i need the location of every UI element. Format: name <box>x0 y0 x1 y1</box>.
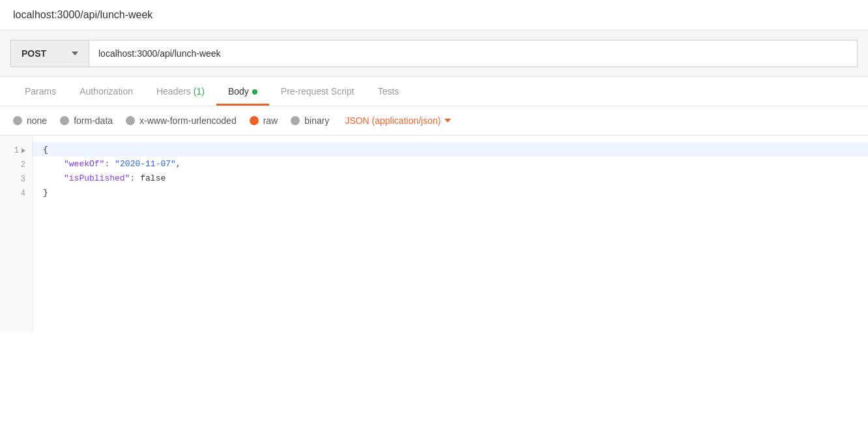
radio-binary-icon <box>291 116 300 125</box>
brace-close: } <box>43 188 48 198</box>
option-raw-label: raw <box>263 115 278 126</box>
radio-none-icon <box>13 116 22 125</box>
format-selector[interactable]: JSON (application/json) <box>345 115 451 126</box>
option-none-label: none <box>27 115 47 126</box>
line-number-2: 2 <box>7 158 25 172</box>
option-raw[interactable]: raw <box>250 115 278 126</box>
method-chevron-icon <box>72 52 78 55</box>
code-editor[interactable]: { "weekOf" : "2020-11-07" , "isPublished… <box>33 136 868 331</box>
option-x-www-form-urlencoded[interactable]: x-www-form-urlencoded <box>126 115 237 126</box>
editor-area: 1 2 3 4 { "weekOf" : "2020-11-07" , "isP… <box>0 136 868 331</box>
option-binary[interactable]: binary <box>291 115 329 126</box>
line-number-1: 1 <box>7 143 25 158</box>
code-line-1: { <box>33 142 868 156</box>
option-binary-label: binary <box>304 115 329 126</box>
body-options: none form-data x-www-form-urlencoded raw… <box>0 106 868 136</box>
headers-badge: (1) <box>194 86 205 97</box>
format-label: JSON (application/json) <box>345 115 441 126</box>
body-dot-icon <box>252 89 257 95</box>
radio-form-data-icon <box>60 116 69 125</box>
method-dropdown[interactable]: POST <box>10 40 89 67</box>
tab-headers[interactable]: Headers (1) <box>145 77 216 106</box>
option-form-data[interactable]: form-data <box>60 115 113 126</box>
radio-raw-icon <box>250 116 259 125</box>
method-label: POST <box>22 48 46 59</box>
tab-tests-label: Tests <box>378 86 399 97</box>
code-line-2: "weekOf" : "2020-11-07" , <box>43 156 858 171</box>
tab-params[interactable]: Params <box>13 77 68 106</box>
tab-tests[interactable]: Tests <box>366 77 411 106</box>
tab-body[interactable]: Body <box>216 77 269 106</box>
tab-authorization-label: Authorization <box>80 86 133 97</box>
tabs-row: Params Authorization Headers (1) Body Pr… <box>0 77 868 106</box>
request-bar: POST <box>0 31 868 77</box>
tab-prerequest[interactable]: Pre-request Script <box>269 77 366 106</box>
line-number-3: 3 <box>7 172 25 186</box>
tab-headers-label: Headers <box>156 86 194 97</box>
option-none[interactable]: none <box>13 115 47 126</box>
radio-urlencoded-icon <box>126 116 135 125</box>
line-numbers: 1 2 3 4 <box>0 136 33 331</box>
page-title: localhost:3000/api/lunch-week <box>13 9 152 20</box>
tab-authorization[interactable]: Authorization <box>68 77 145 106</box>
tab-params-label: Params <box>25 86 56 97</box>
code-line-3: "isPublished" : false <box>43 171 858 185</box>
option-form-data-label: form-data <box>74 115 113 126</box>
line-number-4: 4 <box>7 186 25 201</box>
tab-body-label: Body <box>228 86 249 97</box>
tab-prerequest-label: Pre-request Script <box>281 86 354 97</box>
url-input[interactable] <box>89 40 858 67</box>
format-chevron-icon <box>444 119 451 123</box>
code-line-4: } <box>43 185 858 200</box>
option-urlencoded-label: x-www-form-urlencoded <box>139 115 237 126</box>
collapse-arrow-icon[interactable] <box>22 148 25 153</box>
title-bar: localhost:3000/api/lunch-week <box>0 0 868 31</box>
brace-open: { <box>43 145 48 155</box>
